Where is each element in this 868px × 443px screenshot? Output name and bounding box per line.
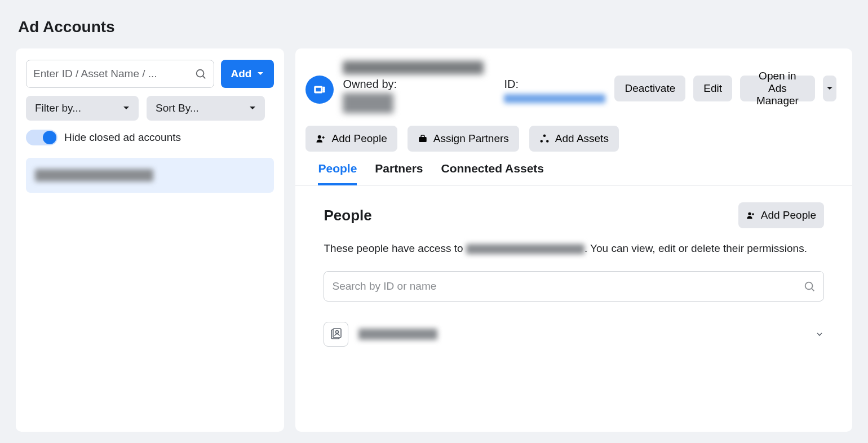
sort-dropdown[interactable]: Sort By...	[147, 96, 265, 121]
people-search-wrapper[interactable]	[324, 271, 824, 302]
caret-down-icon	[826, 85, 833, 92]
svg-point-13	[805, 282, 813, 289]
add-assets-label: Add Assets	[555, 132, 609, 145]
svg-point-11	[546, 140, 549, 143]
add-assets-button[interactable]: Add Assets	[529, 126, 619, 152]
sort-label: Sort By...	[156, 102, 199, 114]
id-redacted	[504, 94, 605, 103]
svg-line-1	[203, 76, 205, 78]
add-people-label: Add People	[761, 209, 816, 221]
svg-point-7	[318, 135, 321, 139]
chevron-down-icon	[815, 330, 824, 339]
svg-point-9	[543, 135, 546, 138]
people-search-input[interactable]	[332, 280, 803, 293]
accounts-sidebar: Add Filter by... Sort By... Hide cl	[16, 48, 284, 432]
person-avatar-icon	[324, 322, 348, 347]
svg-rect-3	[316, 87, 322, 92]
hide-closed-toggle[interactable]	[26, 130, 57, 145]
tab-partners[interactable]: Partners	[375, 162, 423, 185]
account-search-input-wrapper[interactable]	[26, 60, 214, 88]
tab-people[interactable]: People	[318, 162, 357, 185]
caret-down-icon	[249, 105, 256, 112]
svg-line-14	[812, 289, 814, 291]
add-button-label: Add	[231, 68, 252, 80]
edit-button[interactable]: Edit	[693, 76, 732, 101]
assign-partners-label: Assign Partners	[433, 132, 509, 145]
people-description: These people have access to . You can vi…	[324, 241, 824, 256]
svg-point-5	[324, 89, 325, 90]
open-ads-manager-button[interactable]: Open in Ads Manager	[740, 76, 815, 101]
account-type-icon	[305, 76, 334, 104]
search-icon	[803, 280, 816, 293]
deactivate-button[interactable]: Deactivate	[614, 76, 685, 101]
owned-by-label: Owned by:	[343, 78, 484, 91]
filter-dropdown[interactable]: Filter by...	[26, 96, 139, 121]
person-name-redacted	[358, 329, 437, 340]
page-title: Ad Accounts	[16, 0, 852, 48]
svg-point-12	[748, 212, 751, 215]
caret-down-icon	[123, 105, 130, 112]
svg-point-6	[324, 91, 325, 92]
assign-partners-button[interactable]: Assign Partners	[408, 126, 519, 152]
add-people-label: Add People	[331, 132, 387, 145]
more-actions-button[interactable]	[823, 76, 836, 101]
hide-closed-label: Hide closed ad accounts	[64, 131, 181, 144]
search-icon	[194, 68, 207, 80]
tab-connected-assets[interactable]: Connected Assets	[441, 162, 544, 185]
account-list-item[interactable]	[26, 158, 274, 193]
id-label: ID:	[504, 78, 605, 91]
account-detail-panel: Owned by: ID: Deactivate Edit Open in Ad…	[295, 48, 852, 432]
svg-point-4	[324, 87, 325, 88]
detail-tabs: People Partners Connected Assets	[295, 152, 852, 185]
add-account-button[interactable]: Add	[221, 60, 274, 88]
briefcase-icon	[418, 134, 428, 144]
caret-down-icon	[257, 70, 264, 77]
svg-point-0	[196, 70, 203, 77]
svg-rect-8	[419, 137, 427, 142]
account-name-redacted	[466, 244, 584, 254]
add-person-icon	[746, 211, 755, 220]
account-search-input[interactable]	[33, 68, 194, 80]
add-people-button-secondary[interactable]: Add People	[738, 202, 824, 228]
toggle-knob	[43, 131, 56, 144]
account-name-redacted	[343, 61, 484, 74]
add-person-icon	[316, 134, 326, 144]
assets-icon	[539, 134, 550, 144]
svg-point-10	[540, 140, 543, 143]
owner-redacted	[343, 93, 393, 113]
filter-label: Filter by...	[35, 102, 81, 114]
person-row[interactable]	[324, 318, 824, 350]
add-people-button[interactable]: Add People	[305, 126, 397, 152]
people-section-title: People	[324, 207, 371, 224]
account-name-redacted	[35, 169, 153, 181]
